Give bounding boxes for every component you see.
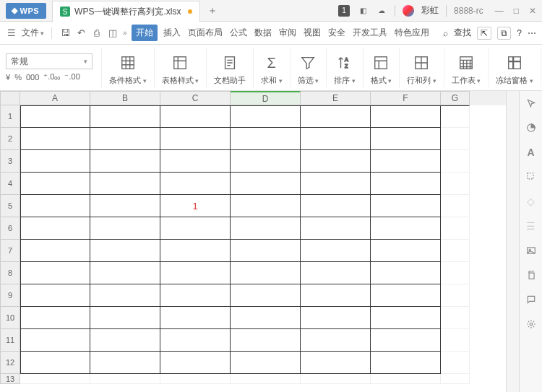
cell-F13[interactable] bbox=[371, 374, 441, 384]
ribbon-funnel-button[interactable]: 筛选 bbox=[290, 48, 327, 87]
cell-B13[interactable] bbox=[90, 374, 160, 384]
cell-E12[interactable] bbox=[301, 352, 371, 374]
cell-C5[interactable]: 1 bbox=[160, 195, 231, 217]
cell-B11[interactable] bbox=[90, 329, 160, 352]
cell-C12[interactable] bbox=[160, 352, 231, 374]
tab-pagelayout[interactable]: 页面布局 bbox=[186, 24, 224, 42]
cell-F7[interactable] bbox=[371, 240, 441, 262]
cell-A13[interactable] bbox=[20, 374, 90, 384]
cell-C6[interactable] bbox=[160, 217, 231, 240]
cell-B10[interactable] bbox=[90, 307, 160, 329]
cell-D10[interactable] bbox=[231, 307, 301, 329]
preview-icon[interactable]: ◫ bbox=[107, 27, 119, 38]
cell-G8[interactable] bbox=[441, 262, 470, 284]
window-icon[interactable]: ⧉ bbox=[497, 27, 511, 40]
cell-D11[interactable] bbox=[231, 329, 301, 352]
cell-D12[interactable] bbox=[231, 352, 301, 374]
cell-G6[interactable] bbox=[441, 217, 470, 240]
ribbon-freeze-button[interactable]: 冻结窗格 bbox=[488, 48, 541, 87]
user-name[interactable]: 彩虹 bbox=[421, 4, 439, 17]
increase-decimal-button[interactable]: ⁺.0₀₀ bbox=[43, 72, 60, 82]
document-tab[interactable]: S WPS一键调整行高列宽.xlsx bbox=[52, 1, 200, 22]
more-quick-icons[interactable]: » bbox=[123, 29, 127, 37]
cell-E13[interactable] bbox=[301, 374, 371, 384]
cell-F5[interactable] bbox=[371, 195, 441, 217]
cell-C13[interactable] bbox=[160, 374, 231, 384]
cell-E2[interactable] bbox=[301, 128, 371, 150]
number-format-select[interactable]: 常规▾ bbox=[6, 53, 93, 69]
cell-G7[interactable] bbox=[441, 240, 470, 262]
cell-C10[interactable] bbox=[160, 307, 231, 329]
cell-D7[interactable] bbox=[231, 240, 301, 262]
column-header-G[interactable]: G bbox=[441, 91, 470, 105]
cell-E7[interactable] bbox=[301, 240, 371, 262]
cursor-icon[interactable] bbox=[525, 97, 538, 110]
cell-C1[interactable] bbox=[160, 105, 231, 128]
column-header-F[interactable]: F bbox=[371, 91, 441, 105]
copy-icon[interactable] bbox=[525, 269, 538, 282]
tab-view[interactable]: 视图 bbox=[302, 24, 322, 42]
cell-D4[interactable] bbox=[231, 173, 301, 195]
cell-E6[interactable] bbox=[301, 217, 371, 240]
cell-G4[interactable] bbox=[441, 173, 470, 195]
row-header-6[interactable]: 6 bbox=[0, 217, 20, 240]
row-header-9[interactable]: 9 bbox=[0, 284, 20, 307]
tab-data[interactable]: 数据 bbox=[253, 24, 273, 42]
row-header-2[interactable]: 2 bbox=[0, 128, 20, 150]
select-all-corner[interactable] bbox=[0, 91, 20, 105]
cell-G1[interactable] bbox=[441, 105, 470, 128]
cell-E4[interactable] bbox=[301, 173, 371, 195]
cell-B9[interactable] bbox=[90, 284, 160, 307]
cell-G12[interactable] bbox=[441, 352, 470, 374]
cell-A4[interactable] bbox=[20, 173, 90, 195]
cell-D2[interactable] bbox=[231, 128, 301, 150]
select-icon[interactable] bbox=[525, 170, 538, 183]
cell-F11[interactable] bbox=[371, 329, 441, 352]
settings-icon[interactable] bbox=[525, 318, 538, 331]
cell-D8[interactable] bbox=[231, 262, 301, 284]
currency-button[interactable]: ¥ bbox=[6, 73, 10, 82]
cloud-icon[interactable]: ☁ bbox=[376, 5, 387, 17]
cell-C7[interactable] bbox=[160, 240, 231, 262]
text-icon[interactable]: A bbox=[525, 146, 538, 159]
tab-special[interactable]: 特色应用 bbox=[393, 24, 431, 42]
cell-E3[interactable] bbox=[301, 150, 371, 173]
comma-button[interactable]: 000 bbox=[26, 73, 39, 82]
ribbon-sheet-button[interactable]: 工作表 bbox=[444, 48, 489, 87]
column-header-C[interactable]: C bbox=[160, 91, 231, 105]
vertical-scrollbar[interactable] bbox=[506, 91, 519, 392]
cell-C4[interactable] bbox=[160, 173, 231, 195]
tool1-icon[interactable]: ◇ bbox=[525, 195, 538, 208]
cell-B3[interactable] bbox=[90, 150, 160, 173]
undo-icon[interactable]: ↶ bbox=[75, 27, 87, 38]
cell-F6[interactable] bbox=[371, 217, 441, 240]
ribbon-sigma-button[interactable]: Σ求和 bbox=[253, 48, 290, 87]
cell-A9[interactable] bbox=[20, 284, 90, 307]
file-menu[interactable]: 文件▾ bbox=[22, 27, 44, 39]
cell-D3[interactable] bbox=[231, 150, 301, 173]
save-icon[interactable]: 🖫 bbox=[59, 27, 71, 38]
row-header-8[interactable]: 8 bbox=[0, 262, 20, 284]
cell-A10[interactable] bbox=[20, 307, 90, 329]
ribbon-fmt-button[interactable]: 格式 bbox=[363, 48, 400, 87]
cell-E11[interactable] bbox=[301, 329, 371, 352]
cell-C3[interactable] bbox=[160, 150, 231, 173]
cell-C11[interactable] bbox=[160, 329, 231, 352]
hamburger-icon[interactable]: ☰ bbox=[6, 27, 17, 38]
cell-B12[interactable] bbox=[90, 352, 160, 374]
row-header-1[interactable]: 1 bbox=[0, 105, 20, 128]
cell-D1[interactable] bbox=[231, 105, 301, 128]
tab-formula[interactable]: 公式 bbox=[228, 24, 249, 42]
column-header-B[interactable]: B bbox=[90, 91, 160, 105]
cell-B6[interactable] bbox=[90, 217, 160, 240]
ribbon-rowcol-button[interactable]: 行和列 bbox=[399, 48, 444, 87]
share-icon[interactable]: ⇱ bbox=[477, 27, 491, 40]
tab-security[interactable]: 安全 bbox=[327, 24, 347, 42]
cell-G3[interactable] bbox=[441, 150, 470, 173]
tab-home[interactable]: 开始 bbox=[132, 25, 158, 41]
ribbon-table-button[interactable]: 条件格式 bbox=[101, 48, 154, 87]
notification-badge[interactable]: 1 bbox=[338, 5, 350, 17]
cell-B8[interactable] bbox=[90, 262, 160, 284]
cell-E10[interactable] bbox=[301, 307, 371, 329]
cell-B2[interactable] bbox=[90, 128, 160, 150]
